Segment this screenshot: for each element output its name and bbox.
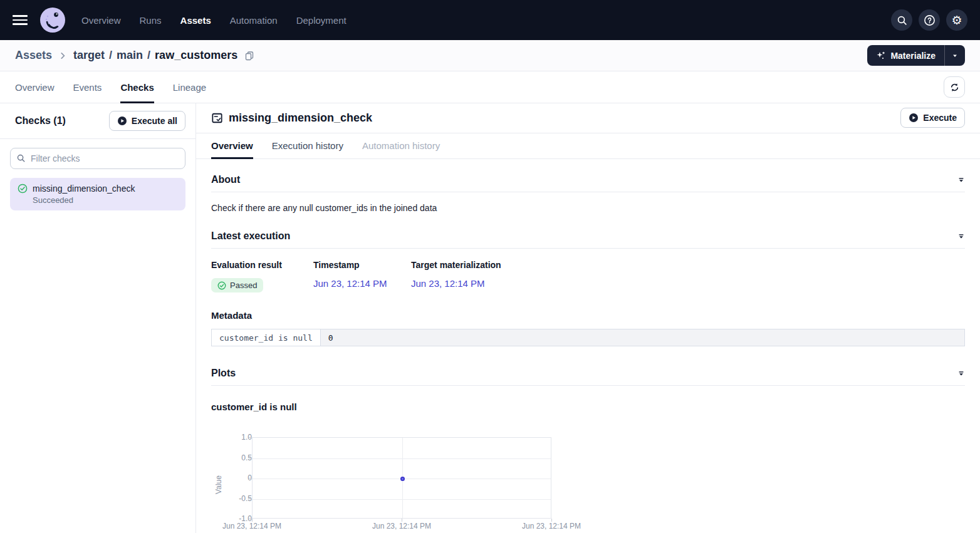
column-header-timestamp: Timestamp xyxy=(313,260,411,270)
filter-search-icon xyxy=(16,153,26,163)
y-tick-label: -0.5 xyxy=(214,494,252,503)
subtab-overview[interactable]: Overview xyxy=(211,133,253,158)
search-button[interactable] xyxy=(891,9,912,31)
metadata-key: customer_id is null xyxy=(212,329,321,346)
breadcrumb-asset-name: raw_customers xyxy=(155,49,237,62)
breadcrumb-separator: / xyxy=(109,49,112,62)
divider xyxy=(211,248,965,249)
checks-panel-title: Checks (1) xyxy=(15,115,66,127)
timestamp-link[interactable]: Jun 23, 12:14 PM xyxy=(313,278,411,289)
divider xyxy=(211,192,965,192)
latest-execution-table: Evaluation result Passed Timestamp Jun 2… xyxy=(211,260,965,292)
check-detail-title: missing_dimension_check xyxy=(229,111,372,125)
settings-button[interactable]: ⚙ xyxy=(946,9,967,31)
copy-icon[interactable] xyxy=(244,51,254,61)
asset-tabs-row: Overview Events Checks Lineage xyxy=(0,71,980,103)
hamburger-menu-icon[interactable] xyxy=(13,15,28,25)
collapse-section-icon[interactable] xyxy=(957,370,965,377)
materialize-dropdown-button[interactable] xyxy=(944,45,965,66)
divider xyxy=(211,385,965,386)
breadcrumb-row: Assets target / main / raw_customers Mat… xyxy=(0,40,980,71)
y-tick-label: 1.0 xyxy=(214,433,252,442)
execute-all-label: Execute all xyxy=(132,116,177,126)
x-tick-label: Jun 23, 12:14 PM xyxy=(364,522,439,530)
materialize-split-button: Materialize xyxy=(867,45,965,66)
gridline xyxy=(253,458,551,459)
asset-check-icon xyxy=(211,112,223,124)
gridline xyxy=(253,499,551,500)
metadata-table: customer_id is null 0 xyxy=(211,329,965,346)
sparkle-icon xyxy=(876,51,886,61)
execute-button[interactable]: Execute xyxy=(900,108,965,128)
check-item-status: Succeeded xyxy=(33,195,178,205)
collapse-section-icon[interactable] xyxy=(957,176,965,184)
nav-item-deployment[interactable]: Deployment xyxy=(296,15,347,26)
play-circle-icon xyxy=(117,116,127,126)
execute-all-button[interactable]: Execute all xyxy=(109,111,185,131)
breadcrumb-separator: / xyxy=(147,49,150,62)
y-tick-label: 0 xyxy=(214,473,252,482)
data-point[interactable] xyxy=(400,477,405,481)
tab-overview[interactable]: Overview xyxy=(15,71,55,103)
tab-checks[interactable]: Checks xyxy=(120,71,154,103)
refresh-icon xyxy=(950,83,959,92)
about-description: Check if there are any null customer_ids… xyxy=(211,203,965,213)
metadata-value: 0 xyxy=(321,329,964,346)
passed-status-badge: Passed xyxy=(211,278,263,292)
check-circle-icon xyxy=(18,184,28,194)
plot-area xyxy=(252,437,551,519)
help-icon xyxy=(924,14,936,26)
refresh-button[interactable] xyxy=(944,76,965,98)
chevron-right-icon xyxy=(58,51,67,60)
check-list-item[interactable]: missing_dimension_check Succeeded xyxy=(10,178,185,210)
y-tick-label: 0.5 xyxy=(214,453,252,462)
column-header-evaluation-result: Evaluation result xyxy=(211,260,313,270)
gear-icon: ⚙ xyxy=(951,14,962,26)
subtab-automation-history[interactable]: Automation history xyxy=(362,133,440,158)
nav-item-automation[interactable]: Automation xyxy=(230,15,278,26)
filter-checks-input[interactable] xyxy=(10,148,185,169)
topnav-actions: ⚙ xyxy=(891,9,967,31)
nav-item-overview[interactable]: Overview xyxy=(81,15,121,26)
x-tick-label: Jun 23, 12:14 PM xyxy=(214,522,289,530)
search-icon xyxy=(897,15,907,26)
breadcrumb-segment-target[interactable]: target xyxy=(73,49,105,62)
x-tick-label: Jun 23, 12:14 PM xyxy=(514,522,589,530)
plot-title: customer_id is null xyxy=(211,401,965,412)
play-circle-icon xyxy=(909,113,919,123)
about-heading: About xyxy=(211,174,240,185)
passed-label: Passed xyxy=(230,281,257,290)
scatter-plot: Value 1.0 0.5 0 -0.5 -1.0 xyxy=(211,433,587,533)
materialize-button[interactable]: Materialize xyxy=(867,45,944,66)
caret-down-icon xyxy=(952,53,958,59)
target-materialization-link[interactable]: Jun 23, 12:14 PM xyxy=(411,278,501,289)
latest-execution-heading: Latest execution xyxy=(211,230,290,242)
dagster-logo-icon[interactable] xyxy=(40,8,65,33)
breadcrumb-assets-link[interactable]: Assets xyxy=(15,49,52,62)
top-nav-bar: Overview Runs Assets Automation Deployme… xyxy=(0,0,980,40)
check-circle-icon xyxy=(217,281,226,290)
nav-item-runs[interactable]: Runs xyxy=(140,15,162,26)
check-item-name: missing_dimension_check xyxy=(33,184,135,194)
collapse-section-icon[interactable] xyxy=(957,232,965,240)
execute-label: Execute xyxy=(923,113,957,123)
tab-events[interactable]: Events xyxy=(73,71,102,103)
check-detail-pane: missing_dimension_check Execute Overview… xyxy=(196,103,980,533)
checks-sidebar: Checks (1) Execute all xyxy=(0,103,196,533)
breadcrumb-segment-main[interactable]: main xyxy=(117,49,143,62)
subtab-execution-history[interactable]: Execution history xyxy=(272,133,343,158)
nav-item-assets[interactable]: Assets xyxy=(180,15,211,26)
check-detail-tabs: Overview Execution history Automation hi… xyxy=(196,133,980,159)
materialize-label: Materialize xyxy=(890,51,936,61)
metadata-heading: Metadata xyxy=(211,310,965,321)
plots-heading: Plots xyxy=(211,368,236,379)
column-header-target-materialization: Target materialization xyxy=(411,260,501,270)
tab-lineage[interactable]: Lineage xyxy=(173,71,206,103)
help-button[interactable] xyxy=(919,9,940,31)
primary-nav: Overview Runs Assets Automation Deployme… xyxy=(81,15,347,26)
